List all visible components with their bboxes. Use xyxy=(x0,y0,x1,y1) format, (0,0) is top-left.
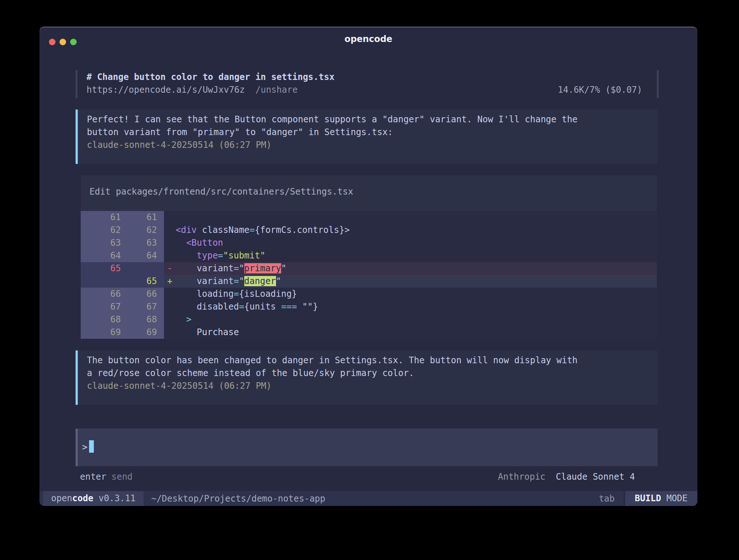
assistant-message: Perfect! I can see that the Button compo… xyxy=(76,110,658,164)
new-line-number: 64 xyxy=(122,249,164,262)
window-title: opencode xyxy=(39,34,697,44)
line-number-gutter: 6262 xyxy=(81,224,164,237)
provider-label: Anthropic xyxy=(498,472,545,482)
new-line-number: 67 xyxy=(122,300,164,313)
diff-sign xyxy=(164,211,176,224)
app-version-chip: opencode v0.3.11 xyxy=(43,491,143,506)
new-line-number: 61 xyxy=(122,211,164,224)
code-line: > xyxy=(176,313,657,326)
new-line-number: 68 xyxy=(122,313,164,326)
code-line: loading={isLoading} xyxy=(176,288,657,300)
mode-label: MODE xyxy=(661,493,688,503)
code-line: type="submit" xyxy=(176,249,657,262)
line-number-gutter: 6767 xyxy=(81,300,164,313)
diff-sign xyxy=(164,288,176,300)
opencode-window: opencode # Change button color to danger… xyxy=(39,27,697,506)
assistant-message: The button color has been changed to dan… xyxy=(76,350,658,405)
edit-tool-card: Edit packages/frontend/src/containers/Se… xyxy=(81,175,657,339)
enter-key-hint: enter xyxy=(80,471,106,483)
mode-name: BUILD xyxy=(635,493,661,503)
brand-prefix: open xyxy=(51,493,72,503)
code-line: variant="primary" xyxy=(176,262,657,275)
old-line-number xyxy=(81,275,122,288)
code-line: <Button xyxy=(176,237,657,249)
code-line: Purchase xyxy=(176,326,657,339)
edit-file-path: Edit packages/frontend/src/containers/Se… xyxy=(81,185,657,198)
diff-row: 65+ variant="danger" xyxy=(81,275,657,288)
diff-sign xyxy=(164,224,176,237)
code-line xyxy=(176,211,657,224)
diff-row: 6868 > xyxy=(81,313,657,326)
old-line-number: 67 xyxy=(81,300,122,313)
line-number-gutter: 6868 xyxy=(81,313,164,326)
diff-sign: + xyxy=(164,275,176,288)
brand-suffix: code xyxy=(72,493,93,503)
old-line-number: 63 xyxy=(81,237,122,249)
diff-row: 6767 disabled={units === ""} xyxy=(81,300,657,313)
message-meta: claude-sonnet-4-20250514 (06:27 PM) xyxy=(87,139,650,151)
prompt-input[interactable]: > xyxy=(76,429,658,466)
code-line: variant="danger" xyxy=(176,275,657,288)
line-number-gutter: 65 xyxy=(81,275,164,288)
new-line-number xyxy=(122,262,164,275)
diff-sign xyxy=(164,313,176,326)
prompt-caret: > xyxy=(82,442,87,452)
old-line-number: 62 xyxy=(81,224,122,237)
working-directory: ~/Desktop/Projects/demo-notes-app xyxy=(151,494,325,504)
diff-row: 6161 xyxy=(81,211,657,224)
diff-row: 65- variant="primary" xyxy=(81,262,657,275)
new-line-number: 66 xyxy=(122,288,164,300)
line-number-gutter: 6363 xyxy=(81,237,164,249)
send-action-label: send xyxy=(111,471,133,483)
old-line-number: 69 xyxy=(81,326,122,339)
old-line-number: 64 xyxy=(81,249,122,262)
diff-row: 6969 Purchase xyxy=(81,326,657,339)
mode-badge: BUILD MODE xyxy=(624,491,698,506)
diff-row: 6262<div className={formCs.controls}> xyxy=(81,224,657,237)
old-line-number: 65 xyxy=(81,262,122,275)
message-text: The button color has been changed to dan… xyxy=(87,354,650,380)
diff-row: 6363 <Button xyxy=(81,237,657,249)
diff-sign xyxy=(164,300,176,313)
diff-sign xyxy=(164,237,176,249)
session-title: # Change button color to danger in setti… xyxy=(87,71,642,84)
line-number-gutter: 6464 xyxy=(81,249,164,262)
code-line: <div className={formCs.controls}> xyxy=(176,224,657,237)
tab-key-hint: tab xyxy=(599,494,614,504)
app-version: v0.3.11 xyxy=(93,493,136,503)
model-indicator: Anthropic Claude Sonnet 4 xyxy=(498,471,635,483)
footer-hints: enter send Anthropic Claude Sonnet 4 xyxy=(76,471,658,483)
line-number-gutter: 6969 xyxy=(81,326,164,339)
session-header: # Change button color to danger in setti… xyxy=(76,70,659,98)
old-line-number: 66 xyxy=(81,288,122,300)
new-line-number: 62 xyxy=(122,224,164,237)
diff-sign xyxy=(164,326,176,339)
code-line: disabled={units === ""} xyxy=(176,300,657,313)
token-usage: 14.6K/7% ($0.07) xyxy=(558,84,642,96)
old-line-number: 68 xyxy=(81,313,122,326)
diff-row: 6666 loading={isLoading} xyxy=(81,288,657,300)
model-name: Claude Sonnet 4 xyxy=(556,472,635,482)
status-bar: opencode v0.3.11 ~/Desktop/Projects/demo… xyxy=(39,491,697,506)
diff-sign: - xyxy=(164,262,176,275)
new-line-number: 63 xyxy=(122,237,164,249)
message-text: Perfect! I can see that the Button compo… xyxy=(87,113,650,139)
new-line-number: 65 xyxy=(122,275,164,288)
unshare-command: /unshare xyxy=(255,84,298,96)
diff-rows: 61616262<div className={formCs.controls}… xyxy=(81,211,657,339)
line-number-gutter: 65 xyxy=(81,262,164,275)
line-number-gutter: 6666 xyxy=(81,288,164,300)
diff-sign xyxy=(164,249,176,262)
old-line-number: 61 xyxy=(81,211,122,224)
new-line-number: 69 xyxy=(122,326,164,339)
message-meta: claude-sonnet-4-20250514 (06:27 PM) xyxy=(87,380,650,392)
diff-row: 6464 type="submit" xyxy=(81,249,657,262)
share-url[interactable]: https://opencode.ai/s/UwJxv76z xyxy=(87,84,245,96)
text-cursor xyxy=(89,440,94,453)
line-number-gutter: 6161 xyxy=(81,211,164,224)
